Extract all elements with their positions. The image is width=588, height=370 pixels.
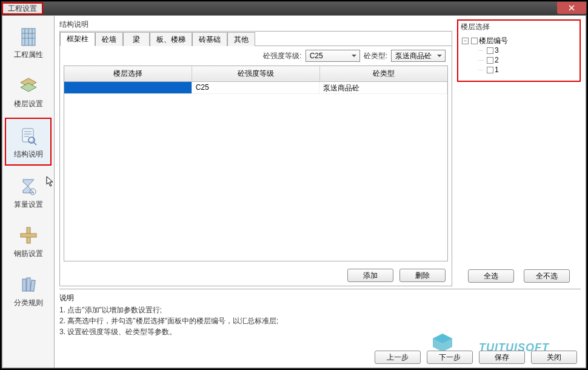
select-none-button[interactable]: 全不选 bbox=[524, 269, 570, 283]
col-strength[interactable]: 砼强度等级 bbox=[192, 66, 320, 81]
tree-checkbox[interactable] bbox=[471, 38, 478, 44]
tab-other[interactable]: 其他 bbox=[227, 32, 255, 46]
tree-item-label: 3 bbox=[495, 46, 499, 55]
tree-connector-icon: ⋯ bbox=[478, 57, 483, 64]
layers-icon bbox=[18, 75, 39, 96]
tree-item[interactable]: ⋯ 2 bbox=[462, 55, 576, 65]
svg-rect-14 bbox=[21, 234, 36, 237]
floor-select-buttons: 全选 全不选 bbox=[457, 263, 581, 286]
tree-item[interactable]: ⋯ 1 bbox=[462, 65, 576, 75]
sidebar: 工程属性 楼层设置 结构说明 算量设置 bbox=[2, 16, 55, 368]
structure-group-label: 结构说明 bbox=[59, 19, 452, 30]
titlebar: 工程设置 bbox=[2, 2, 586, 15]
structure-group: 框架柱 砼墙 梁 板、楼梯 砖基础 其他 砼强度等级: C25 砼类型: 泵送商… bbox=[59, 31, 452, 286]
description-title: 说明 bbox=[59, 293, 581, 303]
select-all-button[interactable]: 全选 bbox=[468, 269, 514, 283]
tree-checkbox[interactable] bbox=[487, 47, 493, 54]
cell-floor[interactable] bbox=[64, 82, 192, 94]
cell-type[interactable]: 泵送商品砼 bbox=[319, 82, 447, 94]
col-type[interactable]: 砼类型 bbox=[320, 66, 447, 81]
next-button[interactable]: 下一步 bbox=[427, 351, 473, 364]
tree-root[interactable]: − 楼层编号 bbox=[462, 36, 576, 45]
main-area: 结构说明 框架柱 砼墙 梁 板、楼梯 砖基础 其他 砼强度等级: C25 bbox=[55, 16, 586, 368]
svg-rect-16 bbox=[27, 278, 30, 291]
tree-connector-icon: ⋯ bbox=[478, 47, 483, 54]
tab-frame-column[interactable]: 框架柱 bbox=[60, 32, 95, 46]
svg-rect-17 bbox=[30, 280, 35, 292]
col-floor[interactable]: 楼层选择 bbox=[64, 66, 192, 81]
prev-button[interactable]: 上一步 bbox=[375, 351, 421, 364]
type-combo[interactable]: 泵送商品砼 bbox=[391, 50, 446, 62]
floor-tree: − 楼层编号 ⋯ 3 ⋯ bbox=[461, 33, 577, 77]
structure-pane: 结构说明 框架柱 砼墙 梁 板、楼梯 砖基础 其他 砼强度等级: C25 bbox=[55, 16, 457, 286]
description-panel: 说明 1. 点击"添加"以增加参数设置行; 2. 高亮选中行，并勾选"楼层选择"… bbox=[59, 289, 581, 341]
close-button[interactable]: 关闭 bbox=[531, 351, 577, 364]
filter-row: 砼强度等级: C25 砼类型: 泵送商品砼 bbox=[60, 46, 452, 66]
sidebar-item-label: 钢筋设置 bbox=[14, 249, 43, 259]
floor-select-pane: 楼层选择 − 楼层编号 ⋯ 3 bbox=[457, 16, 586, 286]
close-icon bbox=[569, 5, 575, 11]
floor-select-box: 楼层选择 − 楼层编号 ⋯ 3 bbox=[457, 19, 581, 82]
table-row[interactable]: C25 泵送商品砼 bbox=[64, 82, 447, 94]
cell-strength[interactable]: C25 bbox=[192, 82, 320, 94]
description-line: 2. 高亮选中行，并勾选"楼层选择"面板中的楼层编号，以汇总标准层; bbox=[59, 315, 581, 326]
sidebar-item-classification-rules[interactable]: 分类规则 bbox=[5, 267, 52, 313]
type-label: 砼类型: bbox=[364, 51, 387, 61]
sidebar-item-project-properties[interactable]: 工程属性 bbox=[5, 19, 52, 65]
sigma-icon bbox=[18, 175, 39, 197]
tree-item-label: 1 bbox=[495, 66, 499, 74]
strength-label: 砼强度等级: bbox=[263, 51, 301, 61]
add-button[interactable]: 添加 bbox=[347, 269, 393, 282]
books-icon bbox=[18, 274, 39, 295]
grid-header: 楼层选择 砼强度等级 砼类型 bbox=[64, 66, 447, 82]
tree-checkbox[interactable] bbox=[487, 67, 493, 73]
structure-tabs: 框架柱 砼墙 梁 板、楼梯 砖基础 其他 bbox=[60, 32, 452, 46]
description-line: 3. 设置砼强度等级、砼类型等参数。 bbox=[59, 326, 581, 337]
document-search-icon bbox=[18, 125, 39, 147]
rebar-icon bbox=[18, 224, 39, 246]
building-icon bbox=[18, 25, 39, 47]
sidebar-item-structure-desc[interactable]: 结构说明 bbox=[5, 118, 52, 166]
sidebar-item-quantity-settings[interactable]: 算量设置 bbox=[5, 169, 52, 215]
tab-concrete-wall[interactable]: 砼墙 bbox=[95, 32, 123, 46]
close-button[interactable] bbox=[557, 2, 586, 14]
svg-line-11 bbox=[34, 143, 36, 145]
dialog-body: 工程属性 楼层设置 结构说明 算量设置 bbox=[2, 15, 586, 368]
sidebar-item-label: 分类规则 bbox=[14, 298, 43, 308]
svg-rect-15 bbox=[22, 279, 26, 291]
grid-buttons: 添加 删除 bbox=[60, 265, 452, 286]
sidebar-item-floor-settings[interactable]: 楼层设置 bbox=[5, 69, 52, 114]
dialog-footer: 上一步 下一步 保存 关闭 bbox=[375, 351, 577, 364]
tab-slab-stair[interactable]: 板、楼梯 bbox=[150, 32, 192, 46]
dialog-window: 工程设置 工程属性 楼层设置 结构说明 bbox=[1, 1, 587, 369]
sidebar-item-label: 楼层设置 bbox=[14, 99, 43, 109]
tree-collapse-icon[interactable]: − bbox=[462, 38, 469, 44]
content-row: 结构说明 框架柱 砼墙 梁 板、楼梯 砖基础 其他 砼强度等级: C25 bbox=[55, 16, 586, 286]
sidebar-item-label: 结构说明 bbox=[14, 149, 43, 160]
tree-root-label: 楼层编号 bbox=[479, 36, 508, 46]
tree-item-label: 2 bbox=[495, 56, 499, 64]
floor-select-title: 楼层选择 bbox=[461, 22, 577, 32]
tree-connector-icon: ⋯ bbox=[478, 67, 483, 73]
tab-beam[interactable]: 梁 bbox=[123, 32, 150, 46]
tab-brick-foundation[interactable]: 砖基础 bbox=[192, 32, 227, 46]
structure-grid: 楼层选择 砼强度等级 砼类型 C25 泵送商品砼 bbox=[64, 66, 448, 261]
grid-body[interactable]: C25 泵送商品砼 bbox=[64, 82, 447, 261]
delete-button[interactable]: 删除 bbox=[399, 269, 446, 282]
window-title: 工程设置 bbox=[2, 2, 43, 15]
sidebar-item-label: 工程属性 bbox=[14, 50, 43, 60]
save-button[interactable]: 保存 bbox=[479, 351, 525, 364]
svg-rect-6 bbox=[22, 129, 33, 142]
sidebar-item-label: 算量设置 bbox=[14, 200, 43, 210]
sidebar-item-rebar-settings[interactable]: 钢筋设置 bbox=[5, 218, 52, 264]
tree-item[interactable]: ⋯ 3 bbox=[462, 45, 576, 55]
description-line: 1. 点击"添加"以增加参数设置行; bbox=[59, 304, 581, 315]
strength-combo[interactable]: C25 bbox=[306, 50, 360, 62]
tree-checkbox[interactable] bbox=[487, 57, 493, 64]
